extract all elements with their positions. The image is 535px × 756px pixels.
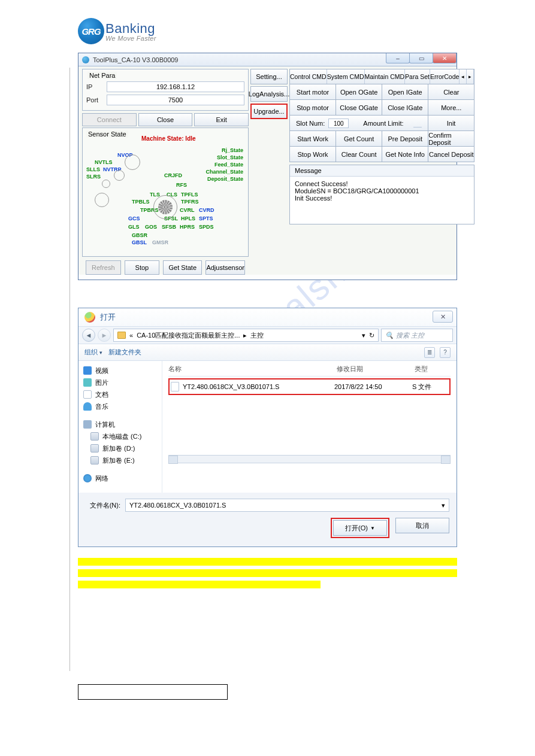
diagram-shape: [102, 180, 110, 188]
get-state-button[interactable]: Get State: [163, 260, 202, 275]
organize-menu[interactable]: 组织: [84, 348, 102, 357]
sidebar-item-cdrive[interactable]: 本地磁盘 (C:): [83, 430, 157, 442]
filename-dropdown-icon[interactable]: ▾: [442, 502, 445, 509]
init-button[interactable]: Init: [428, 116, 475, 131]
sidebar-item-network[interactable]: 网络: [83, 472, 157, 484]
new-folder-button[interactable]: 新建文件夹: [108, 348, 141, 357]
more-button[interactable]: More...: [428, 100, 474, 116]
tab-para-set[interactable]: Para Set: [405, 69, 430, 84]
breadcrumb-dropdown-icon[interactable]: ▾: [362, 332, 365, 339]
tab-system-cmd[interactable]: System CMD: [327, 69, 365, 84]
window-close-button[interactable]: ✕: [433, 53, 457, 63]
exit-button[interactable]: Exit: [194, 113, 249, 126]
log-analysis-button[interactable]: LogAnalysis...: [250, 86, 288, 102]
sensor-label: GBSR: [132, 232, 147, 238]
stop-work-button[interactable]: Stop Work: [290, 147, 336, 162]
cancel-button[interactable]: 取消: [395, 518, 449, 533]
app-window: ToolPlus_CA-10 V3.00B0009 – ▭ ✕ Net Para…: [78, 53, 457, 280]
message-line: ModuleSN = BOC18/GRG/CA1000000001: [295, 187, 469, 195]
tab-scroll-right[interactable]: ▸: [467, 69, 474, 84]
sensor-label: Rj_State: [222, 147, 243, 153]
clear-button[interactable]: Clear: [428, 84, 474, 100]
tab-control-cmd[interactable]: Control CMD: [290, 69, 327, 84]
breadcrumb-folder[interactable]: CA-10匹配接收指定面额最新主控...: [137, 331, 240, 340]
get-note-info-button[interactable]: Get Note Info: [382, 147, 428, 162]
sensor-label: Feed_State: [214, 162, 243, 168]
message-panel: Message Connect Success! ModuleSN = BOC1…: [289, 165, 474, 224]
amount-limit-label: Amount Limit:: [357, 120, 407, 127]
tab-maintain-cmd[interactable]: Maintain CMD: [365, 69, 406, 84]
sidebar-item-documents[interactable]: 文档: [83, 388, 157, 400]
filename-label: 文件名(N):: [86, 501, 120, 510]
nav-forward-button[interactable]: ►: [98, 329, 111, 342]
cancel-deposit-button[interactable]: Cancel Deposit: [428, 147, 474, 162]
connect-button[interactable]: Connect: [82, 113, 137, 126]
tab-errorcode[interactable]: ErrorCode: [430, 69, 460, 84]
help-button[interactable]: ?: [440, 347, 451, 358]
window-maximize-button[interactable]: ▭: [409, 53, 433, 63]
pre-deposit-button[interactable]: Pre Deposit: [382, 131, 428, 147]
sensor-label: TPBLS: [132, 199, 150, 205]
tab-scroll-left[interactable]: ◂: [460, 69, 467, 84]
search-placeholder: 搜索 主控: [396, 331, 424, 340]
sensor-state-panel: Sensor State Machine State: Idle Rj_Stat…: [82, 127, 249, 257]
window-minimize-button[interactable]: –: [386, 53, 410, 63]
breadcrumb-prefix: «: [129, 332, 133, 339]
close-button[interactable]: Close: [138, 113, 193, 126]
open-button[interactable]: 打开(O) ▼: [333, 520, 387, 536]
search-input[interactable]: 🔍 搜索 主控: [381, 329, 453, 342]
file-type: S 文件: [412, 382, 448, 391]
col-type[interactable]: 类型: [415, 365, 451, 374]
view-mode-button[interactable]: ≣: [424, 347, 435, 358]
sidebar-item-ddrive[interactable]: 新加卷 (D:): [83, 442, 157, 454]
amount-limit-input[interactable]: [413, 119, 422, 127]
close-igate-button[interactable]: Close IGate: [382, 100, 428, 116]
close-ogate-button[interactable]: Close OGate: [336, 100, 382, 116]
sidebar-item-computer[interactable]: 计算机: [83, 418, 157, 430]
setting-button[interactable]: Setting...: [250, 69, 288, 84]
message-legend: Message: [290, 165, 474, 177]
sensor-label: CRJFD: [164, 172, 182, 178]
horizontal-scrollbar[interactable]: [168, 455, 451, 463]
get-count-button[interactable]: Get Count: [336, 131, 382, 147]
port-value[interactable]: 7500: [107, 95, 244, 105]
sidebar-item-pictures[interactable]: 图片: [83, 377, 157, 388]
highlighted-text-block: [78, 558, 457, 588]
stop-button[interactable]: Stop: [125, 260, 160, 275]
upgrade-button[interactable]: Upgrade...: [250, 104, 288, 119]
ip-value[interactable]: 192.168.1.12: [107, 81, 244, 92]
col-date[interactable]: 修改日期: [337, 365, 415, 374]
sensor-label: SPDS: [199, 224, 214, 230]
nav-back-button[interactable]: ◄: [82, 329, 95, 342]
file-row[interactable]: YT2.480.0618CX_V3.0B01071.S 2017/8/22 14…: [171, 381, 448, 393]
sensor-label: GLS: [128, 224, 140, 230]
refresh-button[interactable]: Refresh: [86, 260, 121, 275]
filename-input[interactable]: YT2.480.0618CX_V3.0B01071.S ▾: [125, 499, 449, 512]
sensor-label: CVRL: [180, 207, 195, 213]
start-work-button[interactable]: Start Work: [290, 131, 336, 147]
sensor-label: RFS: [176, 182, 187, 188]
adjust-sensor-button[interactable]: Adjustsensor: [205, 260, 245, 275]
breadcrumb-child[interactable]: 主控: [250, 331, 264, 340]
window-title: ToolPlus_CA-10 V3.00B0009: [93, 56, 178, 63]
slot-num-value[interactable]: 100: [328, 119, 349, 128]
sidebar-item-videos[interactable]: 视频: [83, 365, 157, 377]
dialog-close-button[interactable]: ✕: [433, 311, 453, 323]
sidebar-item-music[interactable]: 音乐: [83, 400, 157, 412]
sensor-label: GCS: [128, 215, 140, 221]
open-ogate-button[interactable]: Open OGate: [336, 84, 382, 100]
machine-state-label: Machine State: Idle: [141, 135, 196, 142]
start-motor-button[interactable]: Start motor: [290, 84, 336, 100]
address-bar[interactable]: « CA-10匹配接收指定面额最新主控... ▸ 主控 ▾ ↻: [113, 329, 379, 342]
disk-icon: [90, 444, 99, 453]
clear-count-button[interactable]: Clear Count: [336, 147, 382, 162]
disk-icon: [90, 432, 99, 441]
refresh-icon[interactable]: ↻: [369, 332, 374, 339]
sidebar-item-edrive[interactable]: 新加卷 (E:): [83, 454, 157, 466]
video-icon: [83, 366, 92, 375]
stop-motor-button[interactable]: Stop motor: [290, 100, 336, 116]
col-name[interactable]: 名称: [168, 365, 337, 374]
disk-icon: [90, 456, 99, 464]
open-igate-button[interactable]: Open IGate: [382, 84, 428, 100]
confirm-deposit-button[interactable]: Confirm Deposit: [428, 131, 474, 147]
